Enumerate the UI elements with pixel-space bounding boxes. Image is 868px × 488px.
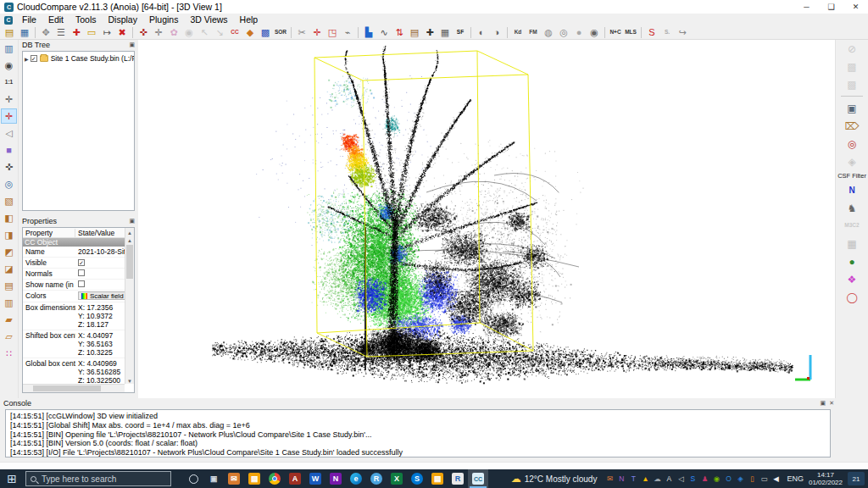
toolbar-sf-calculator-icon[interactable]: ▦ bbox=[437, 25, 453, 39]
tray-outlook-icon[interactable]: O bbox=[722, 469, 734, 488]
scroll-up-arrow[interactable]: ▲ bbox=[125, 238, 134, 243]
plugin-render-effect-2-icon[interactable]: ▩ bbox=[843, 76, 861, 92]
normals-checkbox[interactable] bbox=[78, 269, 85, 276]
menu-tools[interactable]: Tools bbox=[70, 14, 103, 25]
toolbar-segment-icon[interactable]: ✂ bbox=[294, 25, 309, 39]
toolbar-tracing-tool-icon[interactable]: ⌁ bbox=[340, 25, 355, 39]
scrollbar-thumb[interactable] bbox=[126, 245, 133, 279]
toolbar-arrow-mode-icon[interactable]: ↘ bbox=[212, 25, 227, 39]
taskbar-app-autocad[interactable]: A bbox=[285, 469, 305, 488]
scrollbar-thumb[interactable] bbox=[33, 385, 101, 391]
toolbar-point-list-picking-icon[interactable]: ✛ bbox=[151, 25, 166, 39]
float-panel-icon[interactable]: ▣ bbox=[129, 42, 135, 48]
tray-skype-icon[interactable]: S bbox=[687, 469, 698, 488]
menu-display[interactable]: Display bbox=[103, 14, 143, 25]
view-toolbar-zoom-fit-icon[interactable]: ✜ bbox=[1, 159, 17, 175]
plugin-normals-n-icon[interactable]: N bbox=[843, 182, 861, 198]
tray-defender-icon[interactable]: ◈ bbox=[734, 469, 746, 488]
tray-display-icon[interactable]: ▭ bbox=[758, 469, 770, 488]
3d-viewport[interactable] bbox=[138, 40, 835, 398]
scroll-down-arrow[interactable]: ▼ bbox=[125, 379, 134, 384]
toolbar-point-picking-icon[interactable]: ✜ bbox=[136, 25, 151, 39]
3d-viewport-canvas[interactable] bbox=[138, 40, 835, 398]
tray-phone-link-icon[interactable]: ▯ bbox=[746, 469, 758, 488]
toolbar-canupo-create-icon[interactable]: ◐ bbox=[474, 25, 489, 39]
tray-speaker-icon[interactable]: ◁ bbox=[675, 469, 687, 488]
taskbar-app-rstudio[interactable]: R bbox=[366, 469, 387, 488]
start-button[interactable]: ⊞ bbox=[0, 469, 24, 488]
maximize-button[interactable]: ❑ bbox=[819, 0, 843, 14]
tray-mail-icon[interactable]: ✉ bbox=[604, 469, 615, 488]
toolbar-label-icon[interactable]: ✿ bbox=[166, 25, 181, 39]
taskbar-app-skype[interactable]: S bbox=[407, 469, 427, 488]
close-button[interactable]: ✕ bbox=[843, 0, 868, 14]
db-tree-content[interactable]: ▶ ✓ Site 1 Case Study.bin (L:/Projects/.… bbox=[22, 51, 135, 211]
taskbar-app-cloudcompare[interactable]: CC bbox=[468, 469, 488, 488]
toolbar-fit-curve-icon[interactable]: ∿ bbox=[376, 25, 392, 39]
plugin-m3c2-plugin-icon[interactable]: M3C2 bbox=[843, 218, 861, 234]
toolbar-delete-icon[interactable]: ✖ bbox=[114, 25, 130, 39]
taskbar-app-edge[interactable]: e bbox=[346, 469, 366, 488]
tray-autodesk-icon[interactable]: A bbox=[663, 469, 675, 488]
toolbar-mesh-sphere-4-icon[interactable]: ◉ bbox=[587, 25, 602, 39]
toolbar-merge-clouds-icon[interactable]: ✚ bbox=[69, 25, 84, 39]
toolbar-normals-and-curvature-icon[interactable]: N+C bbox=[608, 25, 623, 39]
visible-checkbox[interactable]: ✓ bbox=[78, 259, 85, 266]
properties-vertical-scrollbar[interactable]: ▲ ▼ bbox=[125, 238, 134, 384]
view-toolbar-back-box-view-icon[interactable]: ▱ bbox=[1, 329, 17, 344]
taskbar-app-chrome[interactable] bbox=[264, 469, 285, 488]
toolbar-properties-list-icon[interactable]: ☰ bbox=[53, 25, 69, 39]
minimize-button[interactable]: ─ bbox=[794, 0, 819, 14]
toolbar-mesh-sphere-2-icon[interactable]: ◎ bbox=[556, 25, 571, 39]
toolbar-interactive-translate-icon[interactable]: ✛ bbox=[309, 25, 325, 39]
view-toolbar-set-current-view-icon[interactable]: ▥ bbox=[1, 41, 17, 56]
toolbar-sor-filter-icon[interactable]: SOR bbox=[273, 25, 288, 39]
tray-drive-icon[interactable]: ▲ bbox=[639, 469, 651, 488]
taskbar-app-file-explorer[interactable]: ▤ bbox=[244, 469, 264, 488]
view-toolbar-toggle-perspective-icon[interactable]: ◁ bbox=[1, 125, 17, 141]
toolbar-mesh-sphere-3-icon[interactable]: ● bbox=[571, 25, 587, 39]
taskbar-app-onenote[interactable]: N bbox=[326, 469, 346, 488]
language-indicator[interactable]: ENG bbox=[787, 474, 804, 483]
plugin-animation-plugin-icon[interactable]: ▣ bbox=[843, 100, 861, 116]
tray-security-icon[interactable]: ♟ bbox=[698, 469, 710, 488]
toolbar-histogram-icon[interactable]: ▙ bbox=[361, 25, 376, 39]
plugin-clean-broom-icon[interactable]: ⌦ bbox=[843, 118, 861, 134]
toolbar-global-shift-icon[interactable]: ✥ bbox=[38, 25, 53, 39]
toolbar-kd-tree-icon[interactable]: Kd bbox=[510, 25, 526, 39]
view-toolbar-screenshot-camera-icon[interactable]: ◉ bbox=[1, 58, 17, 73]
properties-horizontal-scrollbar[interactable] bbox=[23, 384, 125, 392]
close-panel-icon[interactable]: ✕ bbox=[829, 400, 834, 407]
plugin-srtm-plugin-icon[interactable]: ▦ bbox=[843, 236, 861, 252]
scroll-up-icon[interactable]: ▲ bbox=[125, 228, 134, 238]
notification-count-badge[interactable]: 21 bbox=[848, 472, 865, 485]
tree-item-label[interactable]: Site 1 Case Study.bin (L:/Projects/... bbox=[51, 54, 134, 63]
menu-help[interactable]: Help bbox=[234, 14, 264, 25]
tray-cloud-icon[interactable]: ☁ bbox=[651, 469, 663, 488]
toolbar-exit-plugin-icon[interactable]: ↪ bbox=[675, 25, 690, 39]
toolbar-pan-view-icon[interactable]: ↖ bbox=[197, 25, 212, 39]
menu-3d-views[interactable]: 3D Views bbox=[184, 14, 233, 25]
plugin-treeiso-plugin-icon[interactable]: ● bbox=[843, 253, 861, 269]
float-panel-icon[interactable]: ▣ bbox=[821, 400, 826, 407]
toolbar-curvature-s-icon[interactable]: S bbox=[644, 25, 659, 39]
taskbar-app-excel[interactable]: X bbox=[387, 469, 407, 488]
float-panel-icon[interactable]: ▣ bbox=[129, 218, 135, 225]
plugin-ellipse-tool-icon[interactable]: ◯ bbox=[843, 289, 861, 305]
tray-teams-icon[interactable]: T bbox=[627, 469, 639, 488]
view-toolbar-zoom-magnifier-icon[interactable]: ◎ bbox=[1, 176, 17, 191]
plugin-compass-plugin-icon[interactable]: ◎ bbox=[843, 136, 861, 152]
menu-plugins[interactable]: Plugins bbox=[143, 14, 184, 25]
toolbar-canupo-classify-icon[interactable]: ◑ bbox=[489, 25, 504, 39]
toolbar-cone-sample-icon[interactable]: ◆ bbox=[242, 25, 258, 39]
visibility-checkbox[interactable]: ✓ bbox=[31, 55, 37, 62]
taskbar-app-r-language[interactable]: R bbox=[448, 469, 468, 488]
view-toolbar-view-front-icon[interactable]: ◧ bbox=[1, 210, 17, 225]
view-toolbar-zoom-1-1-icon[interactable]: 1:1 bbox=[1, 75, 17, 90]
toolbar-clipping-box-icon[interactable]: ◳ bbox=[325, 25, 340, 39]
taskbar-clock[interactable]: 14:17 01/02/2022 bbox=[809, 471, 843, 486]
toolbar-fast-marching-icon[interactable]: FM bbox=[526, 25, 541, 39]
taskbar-app-cortana[interactable] bbox=[183, 469, 203, 488]
show-name-in-3d--checkbox[interactable] bbox=[78, 280, 85, 287]
view-toolbar-view-left-icon[interactable]: ◩ bbox=[1, 244, 17, 259]
